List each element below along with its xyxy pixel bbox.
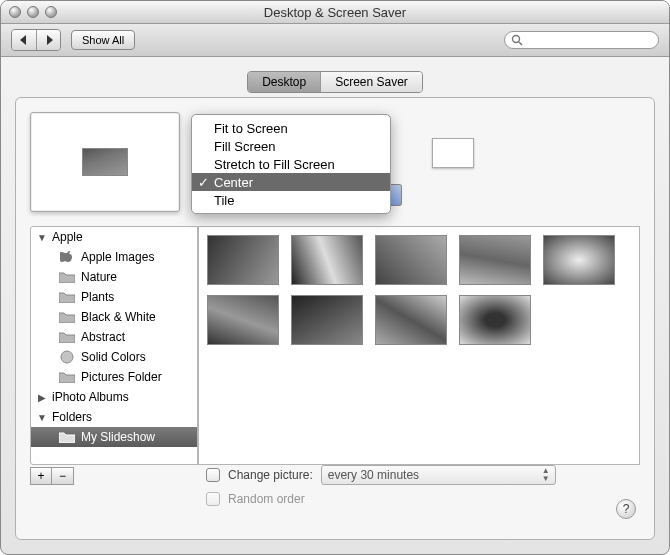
- preview-thumbnail: [82, 148, 128, 176]
- svg-line-1: [519, 42, 522, 45]
- fit-option-tile[interactable]: Tile: [192, 191, 390, 209]
- search-icon: [511, 34, 523, 46]
- svg-point-2: [61, 351, 73, 363]
- show-all-button[interactable]: Show All: [71, 30, 135, 50]
- thumbnail[interactable]: [291, 235, 363, 285]
- window-title: Desktop & Screen Saver: [1, 5, 669, 20]
- folder-icon: [59, 430, 75, 444]
- group-label: Folders: [52, 410, 92, 424]
- thumbnail[interactable]: [543, 235, 615, 285]
- fit-option-stretch[interactable]: Stretch to Fill Screen: [192, 155, 390, 173]
- forward-button[interactable]: [36, 30, 60, 50]
- source-item-nature[interactable]: Nature: [31, 267, 197, 287]
- source-group-folders[interactable]: ▼ Folders: [31, 407, 197, 427]
- thumbnail-grid: [198, 226, 640, 465]
- fit-option-fill-screen[interactable]: Fill Screen: [192, 137, 390, 155]
- search-field[interactable]: [504, 31, 659, 49]
- source-item-abstract[interactable]: Abstract: [31, 327, 197, 347]
- content: Desktop Screen Saver ▼ Apple Apple: [1, 57, 669, 554]
- change-picture-label: Change picture:: [228, 468, 313, 482]
- circle-icon: [59, 350, 75, 364]
- desktop-preview: [30, 112, 180, 212]
- svg-point-0: [513, 36, 520, 43]
- interval-popup[interactable]: every 30 minutes ▲▼: [321, 465, 556, 485]
- folder-icon: [59, 330, 75, 344]
- thumbnail[interactable]: [459, 295, 531, 345]
- folder-icon: [59, 370, 75, 384]
- folder-icon: [59, 290, 75, 304]
- random-order-checkbox[interactable]: [206, 492, 220, 506]
- source-item-bw[interactable]: Black & White: [31, 307, 197, 327]
- source-item-my-slideshow[interactable]: My Slideshow: [31, 427, 197, 447]
- fit-menu: Fit to Screen Fill Screen Stretch to Fil…: [191, 114, 391, 214]
- prefs-window: Desktop & Screen Saver Show All Desktop …: [0, 0, 670, 555]
- back-button[interactable]: [12, 30, 36, 50]
- add-folder-button[interactable]: +: [30, 467, 52, 485]
- fit-option-center[interactable]: ✓ Center: [192, 173, 390, 191]
- panel: ▼ Apple Apple Images Nature Plants: [15, 97, 655, 540]
- source-item-pictures[interactable]: Pictures Folder: [31, 367, 197, 387]
- group-label: Apple: [52, 230, 83, 244]
- disclosure-triangle-icon: ▼: [37, 412, 46, 423]
- source-item-plants[interactable]: Plants: [31, 287, 197, 307]
- thumbnail[interactable]: [375, 295, 447, 345]
- fit-option-fit-to-screen[interactable]: Fit to Screen: [192, 119, 390, 137]
- stepper-icon: ▲▼: [539, 467, 553, 483]
- checkmark-icon: ✓: [198, 175, 209, 190]
- thumbnail[interactable]: [291, 295, 363, 345]
- change-picture-checkbox[interactable]: [206, 468, 220, 482]
- thumbnail[interactable]: [459, 235, 531, 285]
- disclosure-triangle-icon: ▼: [37, 232, 46, 243]
- titlebar: Desktop & Screen Saver: [1, 1, 669, 24]
- source-group-apple[interactable]: ▼ Apple: [31, 227, 197, 247]
- source-item-solid[interactable]: Solid Colors: [31, 347, 197, 367]
- folder-icon: [59, 310, 75, 324]
- source-list[interactable]: ▼ Apple Apple Images Nature Plants: [30, 226, 198, 465]
- remove-folder-button[interactable]: −: [52, 467, 74, 485]
- random-order-label: Random order: [228, 492, 305, 506]
- group-label: iPhoto Albums: [52, 390, 129, 404]
- source-item-apple-images[interactable]: Apple Images: [31, 247, 197, 267]
- apple-icon: [59, 250, 75, 264]
- thumbnail[interactable]: [207, 295, 279, 345]
- background-color-swatch[interactable]: [432, 138, 474, 168]
- toolbar: Show All: [1, 24, 669, 57]
- search-input[interactable]: [527, 33, 652, 47]
- tab-bar: Desktop Screen Saver: [15, 71, 655, 93]
- thumbnail[interactable]: [207, 235, 279, 285]
- nav-segment: [11, 29, 61, 51]
- source-group-iphoto[interactable]: ▶ iPhoto Albums: [31, 387, 197, 407]
- disclosure-triangle-icon: ▶: [37, 392, 46, 403]
- help-button[interactable]: ?: [616, 499, 636, 519]
- footer-options: Change picture: every 30 minutes ▲▼ Rand…: [206, 463, 640, 523]
- tab-desktop[interactable]: Desktop: [248, 72, 320, 92]
- tab-screensaver[interactable]: Screen Saver: [320, 72, 422, 92]
- thumbnail[interactable]: [375, 235, 447, 285]
- folder-icon: [59, 270, 75, 284]
- add-remove-buttons: + −: [30, 467, 74, 485]
